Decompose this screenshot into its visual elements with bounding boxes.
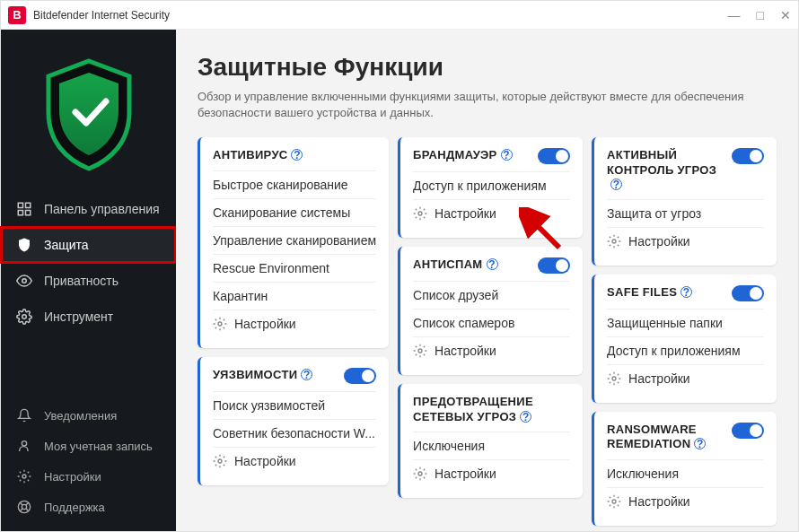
sidebar-item-label: Приватность bbox=[44, 274, 119, 288]
card-row-protected-folders[interactable]: Защищенные папки bbox=[607, 309, 764, 336]
card-antivirus: АНТИВИРУС? Быстрое сканирование Сканиров… bbox=[198, 137, 389, 347]
card-row-friends[interactable]: Список друзей bbox=[413, 281, 570, 309]
toggle-switch[interactable] bbox=[732, 423, 764, 439]
card-row-settings[interactable]: Настройки bbox=[213, 310, 376, 337]
sidebar-item-privacy[interactable]: Приватность bbox=[1, 263, 176, 299]
card-row-exceptions[interactable]: Исключения bbox=[413, 432, 570, 459]
card-vulnerabilities: УЯЗВИМОСТИ? Поиск уязвимостей Советник б… bbox=[198, 357, 389, 485]
sidebar-item-notifications[interactable]: Уведомления bbox=[1, 400, 176, 431]
sidebar-nav-bottom: Уведомления Моя учетная запись Настройки… bbox=[1, 400, 176, 531]
card-title: БРАНДМАУЭР? bbox=[413, 148, 512, 162]
titlebar: B Bitdefender Internet Security — □ ✕ bbox=[1, 1, 798, 30]
svg-point-17 bbox=[612, 500, 616, 503]
card-row-quarantine[interactable]: Карантин bbox=[213, 282, 376, 310]
gear-icon bbox=[15, 467, 33, 485]
svg-point-13 bbox=[418, 349, 422, 353]
svg-point-15 bbox=[612, 240, 616, 243]
minimize-button[interactable]: — bbox=[728, 9, 741, 22]
card-row-scan-vuln[interactable]: Поиск уязвимостей bbox=[213, 391, 376, 419]
card-row-settings[interactable]: Настройки bbox=[607, 487, 764, 515]
eye-icon bbox=[15, 272, 33, 290]
sidebar-item-protection[interactable]: Защита bbox=[1, 227, 176, 263]
user-icon bbox=[15, 437, 33, 455]
card-title: АНТИВИРУС? bbox=[213, 148, 303, 162]
card-row-threat-defense[interactable]: Защита от угроз bbox=[607, 199, 764, 227]
sidebar-item-support[interactable]: Поддержка bbox=[1, 492, 176, 522]
toggle-switch[interactable] bbox=[538, 257, 570, 274]
shield-icon bbox=[15, 236, 33, 254]
close-button[interactable]: ✕ bbox=[780, 9, 791, 22]
help-icon[interactable]: ? bbox=[694, 438, 706, 449]
sidebar-item-dashboard[interactable]: Панель управления bbox=[1, 191, 176, 227]
help-icon[interactable]: ? bbox=[487, 258, 498, 270]
card-title: ПРЕДОТВРАЩЕНИЕ СЕТЕВЫХ УГРОЗ? bbox=[413, 395, 570, 424]
gear-icon bbox=[413, 206, 427, 221]
svg-rect-2 bbox=[18, 211, 22, 215]
toggle-switch[interactable] bbox=[732, 148, 764, 164]
card-atc: АКТИВНЫЙ КОНТРОЛЬ УГРОЗ? Защита от угроз… bbox=[592, 137, 777, 266]
card-ransomware: RANSOMWARE REMEDIATION? Исключения Настр… bbox=[592, 412, 777, 526]
sidebar-hero-shield-icon bbox=[1, 48, 176, 182]
card-antispam: АНТИСПАМ? Список друзей Список спамеров … bbox=[398, 247, 583, 375]
gear-icon bbox=[15, 308, 33, 326]
sidebar-item-settings[interactable]: Настройки bbox=[1, 461, 176, 492]
content-area: Защитные Функции Обзор и управление вклю… bbox=[176, 30, 798, 531]
svg-point-11 bbox=[218, 459, 222, 463]
card-row-exceptions[interactable]: Исключения bbox=[607, 459, 764, 487]
card-row-app-access[interactable]: Доступ к приложениям bbox=[607, 336, 764, 364]
svg-point-14 bbox=[418, 472, 422, 475]
app-logo-icon: B bbox=[8, 6, 26, 24]
bell-icon bbox=[15, 406, 33, 424]
help-icon[interactable]: ? bbox=[610, 179, 622, 190]
card-firewall: БРАНДМАУЭР? Доступ к приложениям Настрой… bbox=[398, 137, 583, 238]
card-title: АКТИВНЫЙ КОНТРОЛЬ УГРОЗ? bbox=[607, 148, 726, 192]
sidebar-item-tools[interactable]: Инструмент bbox=[1, 299, 176, 335]
sidebar-item-label: Инструмент bbox=[44, 310, 113, 324]
svg-rect-0 bbox=[18, 203, 22, 207]
card-title: RANSOMWARE REMEDIATION? bbox=[607, 423, 726, 452]
card-network-threat: ПРЕДОТВРАЩЕНИЕ СЕТЕВЫХ УГРОЗ? Исключения… bbox=[398, 384, 583, 498]
card-row-spammers[interactable]: Список спамеров bbox=[413, 309, 570, 336]
app-window: B Bitdefender Internet Security — □ ✕ Па… bbox=[0, 0, 799, 532]
svg-point-5 bbox=[22, 315, 27, 319]
gear-icon bbox=[213, 317, 227, 331]
help-icon[interactable]: ? bbox=[501, 149, 513, 161]
help-icon[interactable]: ? bbox=[520, 411, 531, 423]
card-row-settings[interactable]: Настройки bbox=[607, 227, 764, 255]
toggle-switch[interactable] bbox=[538, 148, 570, 164]
card-title: АНТИСПАМ? bbox=[413, 257, 497, 272]
sidebar-nav-main: Панель управления Защита Приватность Инс… bbox=[1, 191, 176, 335]
maximize-button[interactable]: □ bbox=[757, 9, 764, 22]
card-safe-files: SAFE FILES? Защищенные папки Доступ к пр… bbox=[592, 275, 777, 403]
card-row-settings[interactable]: Настройки bbox=[413, 336, 570, 364]
card-row-app-access[interactable]: Доступ к приложениям bbox=[413, 171, 570, 199]
help-icon[interactable]: ? bbox=[301, 369, 312, 380]
sidebar-item-account[interactable]: Моя учетная запись bbox=[1, 431, 176, 461]
card-row-settings[interactable]: Настройки bbox=[607, 364, 764, 392]
sidebar-item-label: Защита bbox=[44, 238, 89, 252]
sidebar-item-label: Поддержка bbox=[44, 501, 105, 514]
toggle-switch[interactable] bbox=[732, 285, 764, 301]
card-row-wifi-advisor[interactable]: Советник безопасности W... bbox=[213, 419, 376, 447]
app-title: Bitdefender Internet Security bbox=[33, 9, 728, 22]
svg-point-4 bbox=[22, 279, 27, 283]
gear-icon bbox=[607, 371, 621, 386]
card-row-settings[interactable]: Настройки bbox=[213, 447, 376, 475]
help-icon[interactable]: ? bbox=[291, 149, 303, 161]
toggle-switch[interactable] bbox=[344, 368, 376, 384]
card-row-quick-scan[interactable]: Быстрое сканирование bbox=[213, 170, 376, 198]
cards-grid: АНТИВИРУС? Быстрое сканирование Сканиров… bbox=[198, 137, 777, 525]
svg-point-16 bbox=[612, 377, 616, 380]
gear-icon bbox=[607, 234, 621, 249]
card-row-system-scan[interactable]: Сканирование системы bbox=[213, 198, 376, 226]
svg-point-6 bbox=[22, 441, 26, 446]
card-row-settings[interactable]: Настройки bbox=[413, 459, 570, 487]
help-icon[interactable]: ? bbox=[680, 286, 692, 298]
sidebar: Панель управления Защита Приватность Инс… bbox=[1, 30, 176, 531]
card-row-settings[interactable]: Настройки bbox=[413, 199, 570, 227]
card-row-manage-scan[interactable]: Управление сканированием bbox=[213, 226, 376, 254]
card-row-rescue[interactable]: Rescue Environment bbox=[213, 254, 376, 282]
sidebar-item-label: Настройки bbox=[44, 470, 101, 484]
svg-rect-1 bbox=[26, 203, 31, 207]
page-title: Защитные Функции bbox=[198, 53, 777, 82]
